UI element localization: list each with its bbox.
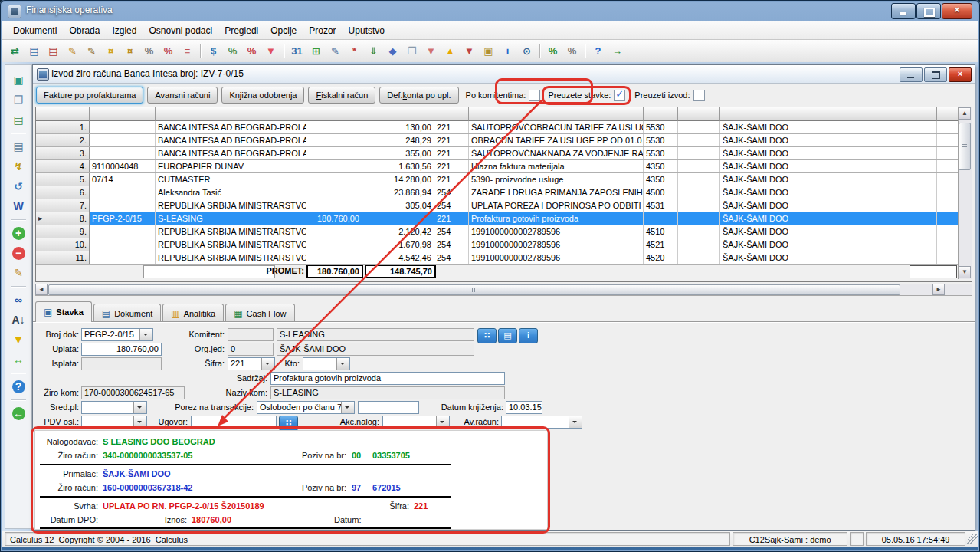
menu-pregledi[interactable]: Pregledi	[218, 23, 264, 38]
def-konta-po-upl-button[interactable]: Def.konta po upl.	[379, 87, 458, 104]
calendar-percent-icon[interactable]: %	[242, 42, 261, 61]
scroll-up-icon[interactable]: ▲	[959, 107, 971, 120]
post-documents-icon[interactable]: ⇄	[5, 42, 25, 61]
sifra-combo[interactable]: 221	[228, 357, 275, 370]
filter-icon[interactable]: ▼	[9, 330, 28, 349]
warning-icon[interactable]: ▲	[441, 42, 460, 61]
tab-analitika[interactable]: ▥Analitika	[162, 304, 224, 322]
porez-combo[interactable]: Oslobođen po članu 7	[257, 401, 355, 414]
menu-izgled[interactable]: Izgled	[106, 23, 143, 38]
ugovor-field[interactable]	[191, 416, 277, 429]
chevron-down-icon[interactable]	[133, 416, 146, 428]
minimize-button[interactable]	[891, 3, 916, 19]
find-icon[interactable]: ∞	[9, 291, 28, 309]
column-header[interactable]	[644, 107, 678, 121]
column-header[interactable]	[156, 107, 306, 121]
kto-combo[interactable]	[303, 357, 350, 370]
horizontal-scrollbar[interactable]: ◄ ►	[35, 284, 972, 296]
document-red-icon[interactable]: ▤	[44, 42, 63, 61]
calendar-info-icon[interactable]: i	[498, 42, 517, 61]
column-header[interactable]	[937, 107, 960, 121]
save-layout-icon[interactable]: ❐	[9, 90, 28, 109]
pdv-osl-combo[interactable]	[81, 416, 147, 429]
chevron-down-icon[interactable]	[336, 358, 349, 370]
chevron-down-icon[interactable]	[261, 358, 274, 370]
calendar-clock-icon[interactable]: ⊙	[517, 42, 536, 61]
resize-grip[interactable]	[967, 534, 978, 544]
komitent-info-button[interactable]: i	[519, 328, 538, 343]
calendar-filter-icon[interactable]: ▼	[460, 42, 479, 61]
shield-document-icon[interactable]: ▣	[479, 42, 498, 61]
column-header[interactable]	[36, 107, 90, 121]
invoices-icon[interactable]: ≡	[178, 42, 197, 61]
column-header[interactable]	[306, 107, 362, 121]
komitent-code-field[interactable]	[228, 328, 274, 341]
chevron-down-icon[interactable]	[133, 402, 146, 413]
menu-prozor[interactable]: Prozor	[303, 23, 342, 38]
horizontal-scroll-thumb[interactable]	[48, 284, 900, 295]
ziro-kom-field[interactable]: 170-0000300624517-65	[81, 386, 185, 399]
folder-filter-icon[interactable]: ▼	[421, 42, 441, 61]
komitent-lookup-button[interactable]: ∷	[477, 328, 497, 343]
menu-opcije[interactable]: Opcije	[264, 23, 303, 38]
menu-uputstvo[interactable]: Uputstvo	[343, 23, 391, 38]
word-export-icon[interactable]: W	[9, 197, 28, 215]
avansni-racuni-button[interactable]: Avansni računi	[147, 87, 218, 104]
table-row[interactable]: 10. REPUBLIKA SRBIJA MINISTRARSTVO FINA …	[36, 238, 972, 251]
save-icon[interactable]: ▣	[9, 71, 28, 89]
document-gear-icon[interactable]: *	[345, 42, 364, 61]
calendar-31-icon[interactable]: 31	[287, 42, 306, 61]
chart-percent-icon[interactable]: %	[543, 42, 562, 61]
help-icon[interactable]: ?	[588, 42, 608, 61]
isplata-field[interactable]	[81, 357, 162, 370]
menu-dokumenti[interactable]: Dokumenti	[7, 23, 63, 38]
column-header[interactable]	[469, 107, 644, 121]
maximize-button[interactable]	[916, 3, 941, 19]
add-row-icon[interactable]: +	[9, 224, 28, 242]
column-header[interactable]	[720, 107, 937, 121]
izvod-titlebar[interactable]: Izvod žiro računa Banca Intesa broj: IZV…	[33, 65, 975, 84]
chevron-down-icon[interactable]	[436, 416, 449, 428]
menu-osnovni-podaci[interactable]: Osnovni podaci	[143, 23, 218, 38]
linked-documents-icon[interactable]: ◆	[383, 42, 402, 61]
preuzete-stavke-checkbox[interactable]	[614, 90, 625, 101]
chevron-down-icon[interactable]	[341, 402, 354, 413]
red-diamond-icon[interactable]: ▼	[261, 42, 280, 61]
po-komitentima-checkbox[interactable]	[529, 90, 540, 101]
av-racun-combo[interactable]	[501, 416, 582, 429]
table-row[interactable]: 5. 07/14 CUTMASTER 14.280,00 221 5390- p…	[36, 173, 972, 186]
column-header[interactable]	[90, 107, 156, 121]
org-jed-code-field[interactable]: 0	[228, 343, 274, 356]
izvod-minimize-button[interactable]	[900, 67, 923, 82]
naziv-kom-field[interactable]: S-LEASING	[270, 386, 505, 399]
calendar-dollar-icon[interactable]: $	[204, 42, 223, 61]
izvod-close-button[interactable]: ×	[949, 67, 972, 82]
akc-nalog-combo[interactable]	[382, 416, 450, 429]
uplata-field[interactable]: 180.760,00	[81, 343, 162, 356]
refresh-icon[interactable]: ↺	[9, 177, 28, 196]
porez-extra-field[interactable]	[358, 401, 419, 414]
fiskalni-racun-button[interactable]: Fiskalni račun	[308, 87, 375, 104]
org-jed-name-field[interactable]: ŠAJK-ŠAMI DOO	[277, 343, 474, 356]
table-row[interactable]: 3. BANCA INTESA AD BEOGRAD-PROLAZNI RA 3…	[36, 147, 972, 160]
column-header[interactable]	[678, 107, 720, 121]
ugovor-lookup-button[interactable]: ∷	[279, 416, 298, 431]
fit-columns-icon[interactable]: ↔	[9, 350, 28, 369]
broj-dok-combo[interactable]: PFGP-2-0/15	[81, 328, 153, 341]
sadrzaj-field[interactable]: Profaktura gotovih proizvoda	[270, 372, 505, 385]
tab-stavka[interactable]: ▣Stavka	[35, 301, 92, 322]
datum-knjizenja-field[interactable]: 10.03.15	[506, 401, 542, 414]
table-row[interactable]: 9. REPUBLIKA SRBIJA MINISTRARSTVO FINA 2…	[36, 225, 972, 238]
archive-icon[interactable]: ▤	[9, 110, 28, 129]
table-row[interactable]: 1. BANCA INTESA AD BEOGRAD-PROLAZNI RA 1…	[36, 121, 972, 134]
coins-transfer-icon[interactable]: ¤	[120, 42, 139, 61]
sred-pl-combo[interactable]	[81, 401, 147, 414]
column-header[interactable]	[434, 107, 469, 121]
archive-in-icon[interactable]: ⇓	[364, 42, 383, 61]
scroll-left-icon[interactable]: ◄	[35, 284, 48, 295]
chart-edit-icon[interactable]: ✎	[326, 42, 345, 61]
chevron-down-icon[interactable]	[569, 416, 582, 428]
percent-document-icon[interactable]: %	[139, 42, 159, 61]
edit-row-icon[interactable]: ✎	[9, 264, 28, 282]
percent-document-red-icon[interactable]: %	[159, 42, 178, 61]
